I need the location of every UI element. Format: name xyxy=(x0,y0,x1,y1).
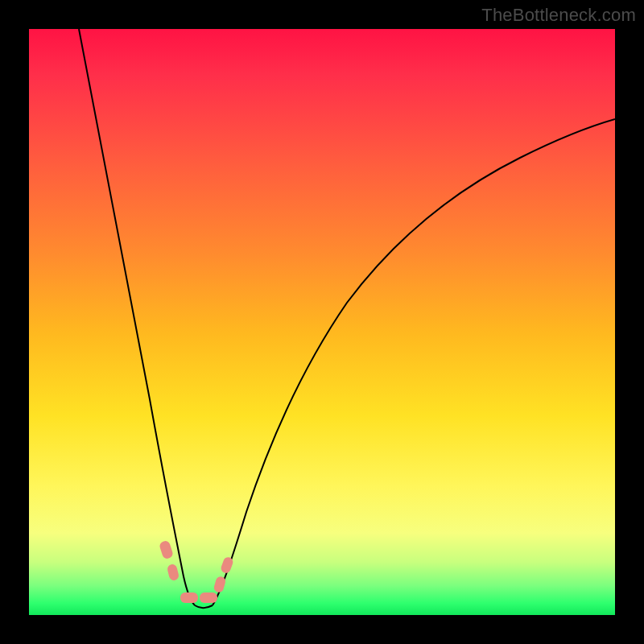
marker-blob xyxy=(200,592,217,603)
plot-area xyxy=(29,29,615,615)
chart-frame: TheBottleneck.com xyxy=(0,0,644,644)
watermark-text: TheBottleneck.com xyxy=(481,5,636,26)
bottleneck-curve xyxy=(29,29,615,615)
marker-blob xyxy=(180,592,198,603)
